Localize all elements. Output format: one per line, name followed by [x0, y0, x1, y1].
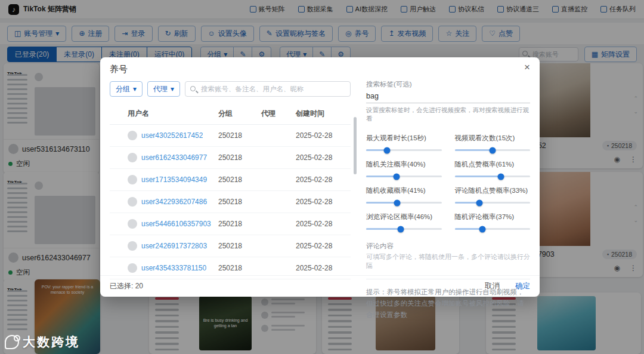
col-created: 创建时间 [296, 109, 351, 119]
slider-browse-comments-probability: 浏览评论区概率(46%) [366, 213, 442, 230]
slider-follow-probability: 随机关注概率(40%) [366, 160, 442, 177]
slider-favorite-probability: 随机收藏概率(41%) [366, 186, 442, 204]
avatar [128, 153, 137, 162]
username-link[interactable]: user2426917372803 [141, 242, 207, 250]
slider-thumb[interactable] [489, 147, 496, 153]
username-link[interactable]: user1713534094349 [141, 176, 207, 184]
close-icon[interactable]: × [524, 62, 530, 72]
slider-thumb[interactable] [497, 173, 504, 180]
slider-thumb[interactable] [479, 226, 486, 232]
avatar [128, 175, 137, 184]
modal-search-input[interactable] [185, 81, 351, 97]
avatar [128, 263, 137, 273]
avatar [128, 197, 137, 207]
slider-track[interactable] [366, 202, 442, 204]
slider-max-watch-duration: 最大观看时长(15秒) [366, 134, 442, 151]
slider-track[interactable] [366, 149, 442, 151]
username-link[interactable]: user4354333781150 [141, 264, 206, 272]
watermark-brand: 大数跨境 [23, 334, 80, 350]
search-tag-label: 搜索标签(可选) [366, 80, 530, 89]
slider-thumb[interactable] [398, 226, 404, 232]
chevron-down-icon: ▾ [133, 85, 137, 93]
username-link[interactable]: user6162433046977 [141, 153, 207, 162]
avatar [128, 219, 137, 229]
slider-track[interactable] [366, 176, 442, 177]
modal-account-pane: 分组▾ 代理▾ 用户名 分组 代理 创建时间 user430252617452 … [110, 79, 351, 274]
modal-proxy-dropdown[interactable]: 代理▾ [147, 81, 180, 97]
chevron-down-icon: ▾ [171, 85, 174, 93]
slider-track[interactable] [455, 149, 531, 151]
dashu-logo-icon [5, 335, 19, 349]
modal-group-dropdown[interactable]: 分组▾ [110, 81, 143, 97]
comment-content-label: 评论内容 [366, 242, 530, 251]
table-row[interactable]: user2426917372803 250218 2025-02-28 [110, 235, 351, 257]
search-icon [190, 86, 196, 91]
slider-thumb[interactable] [476, 199, 483, 206]
table-header: 用户名 分组 代理 创建时间 [110, 106, 351, 125]
col-proxy: 代理 [261, 109, 296, 119]
slider-watch-count: 视频观看次数(15次) [455, 134, 531, 151]
username-link[interactable]: user430252617452 [141, 131, 203, 140]
table-scrollbar[interactable] [354, 117, 357, 174]
slider-thumb[interactable] [393, 173, 400, 180]
slider-thumb[interactable] [394, 199, 400, 206]
slider-comment-like-probability: 评论随机点赞概率(33%) [455, 186, 531, 204]
search-tag-input[interactable] [366, 89, 530, 103]
comment-content-input[interactable] [366, 253, 530, 273]
modal-settings-pane: 搜索标签(可选) 设置搜索标签时，会先进行视频搜索，再对搜索视频进行观看 最大观… [366, 79, 530, 274]
slider-track[interactable] [366, 228, 442, 230]
watermark: 大数跨境 [5, 334, 80, 350]
username-link[interactable]: user3422936207486 [141, 198, 207, 206]
nurture-sliders: 最大观看时长(15秒) 视频观看次数(15次) 随机关注概率(40%) [366, 134, 530, 230]
confirm-button[interactable]: 确定 [515, 281, 530, 291]
cancel-button[interactable]: 取消 [485, 281, 500, 291]
slider-track[interactable] [455, 228, 531, 230]
slider-track[interactable] [455, 176, 531, 177]
avatar [128, 241, 137, 251]
table-row[interactable]: user430252617452 250218 2025-02-28 [110, 125, 351, 147]
nurture-account-modal: 养号 × 分组▾ 代理▾ 用户名 分组 代理 创建时间 user4 [100, 57, 540, 297]
table-row[interactable]: user54466106357903 250218 2025-02-28 [110, 213, 351, 235]
search-tag-help: 设置搜索标签时，会先进行视频搜索，再对搜索视频进行观看 [366, 106, 530, 123]
slider-thumb[interactable] [384, 147, 391, 153]
table-row[interactable]: user1713534094349 250218 2025-02-28 [110, 169, 351, 191]
table-row[interactable]: user6162433046977 250218 2025-02-28 [110, 147, 351, 169]
modal-title: 养号 [110, 64, 128, 75]
modal-footer: 已选择: 20 取消 确定 [100, 275, 540, 297]
username-link[interactable]: user54466106357903 [141, 220, 211, 228]
slider-like-probability: 随机点赞概率(61%) [455, 160, 531, 177]
modal-search [185, 81, 351, 97]
slider-track[interactable] [455, 202, 531, 204]
col-username: 用户名 [128, 109, 218, 119]
table-row[interactable]: user3422936207486 250218 2025-02-28 [110, 191, 351, 213]
selected-count: 已选择: 20 [110, 281, 143, 291]
avatar [128, 131, 137, 140]
slider-random-comment-probability: 随机评论概率(37%) [455, 213, 531, 230]
col-group: 分组 [218, 109, 261, 119]
